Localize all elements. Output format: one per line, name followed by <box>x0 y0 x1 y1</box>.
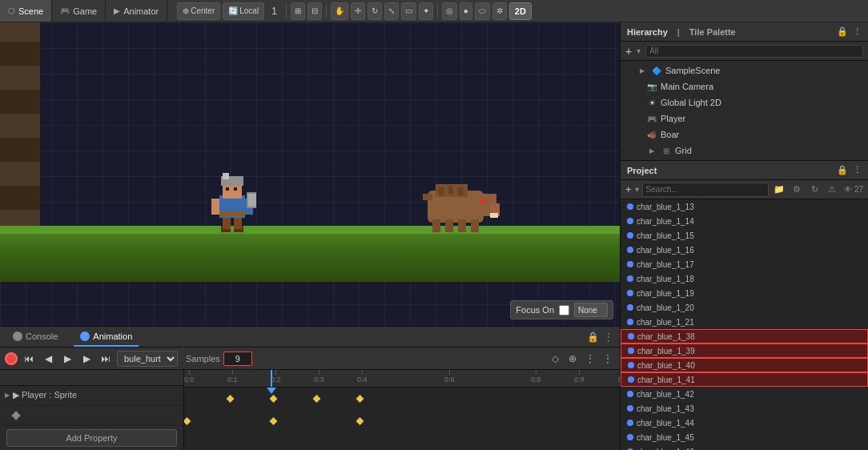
animation-tab[interactable]: Animation <box>74 327 139 347</box>
project-item-44[interactable]: char_blue_1_44 <box>621 416 868 430</box>
record-button[interactable] <box>5 352 18 365</box>
ground-top <box>0 226 620 234</box>
hand-tool-btn[interactable]: ✋ <box>331 2 348 20</box>
tile-palette-label[interactable]: Tile Palette <box>689 27 736 37</box>
focus-on-checkbox[interactable] <box>559 305 569 315</box>
hierarchy-item-maincamera[interactable]: 📷 Main Camera <box>621 78 868 94</box>
project-item-40[interactable]: char_blue_1_40 <box>621 358 868 372</box>
project-add-dropdown[interactable]: ▾ <box>635 185 639 194</box>
project-header-icons: 🔒 ⋮ <box>837 165 862 175</box>
svg-rect-5 <box>219 211 245 216</box>
all-tool-btn[interactable]: ✦ <box>419 2 433 20</box>
diamond-icon[interactable]: ◇ <box>548 352 562 366</box>
project-item-21[interactable]: char_blue_1_21 <box>621 315 868 329</box>
tab-game[interactable]: 🎮 Game <box>52 0 106 22</box>
project-refresh-icon[interactable]: ↻ <box>807 183 822 197</box>
capsule-tool-btn[interactable]: ⬭ <box>475 2 490 20</box>
hierarchy-separator: | <box>677 27 680 37</box>
project-search-input[interactable] <box>642 183 770 197</box>
project-item-42[interactable]: char_blue_1_42 <box>621 387 868 401</box>
project-more-icon[interactable]: ⋮ <box>853 165 862 175</box>
item-label-19: char_blue_1_19 <box>637 289 694 298</box>
add-hierarchy-btn[interactable]: + <box>625 45 632 58</box>
keyframe-1 <box>227 395 235 403</box>
project-item-45[interactable]: char_blue_1_45 <box>621 430 868 444</box>
player-name: Player <box>661 114 685 123</box>
snap-tool-btn[interactable]: ⊟ <box>307 2 322 20</box>
item-label-17: char_blue_1_17 <box>637 260 694 269</box>
play-button[interactable]: ▶ <box>59 351 75 367</box>
rect-tool-btn[interactable]: ▭ <box>401 2 416 20</box>
keyframe-3 <box>313 395 321 403</box>
2d-mode-btn[interactable]: 2D <box>509 2 532 20</box>
hierarchy-lock-icon[interactable]: 🔒 <box>837 26 848 37</box>
project-item-20[interactable]: char_blue_1_20 <box>621 300 868 315</box>
project-item-18[interactable]: char_blue_1_18 <box>621 271 868 286</box>
project-item-41[interactable]: char_blue_1_41 <box>621 372 868 387</box>
project-item-43[interactable]: char_blue_1_43 <box>621 401 868 416</box>
console-tab[interactable]: Console <box>6 327 64 347</box>
timeline-tracks[interactable]: 0:0 0:1 0:2 0:3 <box>184 370 620 450</box>
toolbar-sep2 <box>326 4 327 18</box>
tab-animator[interactable]: ▶ Animator <box>106 0 167 22</box>
ruler-mark-0: 0:0 <box>184 370 195 384</box>
hierarchy-search[interactable] <box>645 45 863 58</box>
svg-rect-23 <box>458 219 466 232</box>
lock-panel-icon[interactable]: 🔒 <box>587 331 599 343</box>
timeline-playhead[interactable] <box>271 370 272 387</box>
pivot-tool-btn[interactable]: ◎ <box>442 2 457 20</box>
project-add-btn[interactable]: + <box>625 183 632 195</box>
move-tool-btn[interactable]: ✛ <box>351 2 365 20</box>
hierarchy-item-boar[interactable]: 🐗 Boar <box>621 127 868 143</box>
hierarchy-item-globallight[interactable]: ☀ Global Light 2D <box>621 94 868 110</box>
hierarchy-dropdown[interactable]: ▾ <box>637 46 641 55</box>
space-local-btn[interactable]: 🔄 Local <box>223 2 264 20</box>
project-folder-icon[interactable]: 📁 <box>772 183 786 197</box>
prev-frame-button[interactable]: ◀ <box>40 351 56 367</box>
focus-on-select[interactable]: None <box>574 303 608 317</box>
skip-start-button[interactable]: ⏮ <box>21 351 37 367</box>
svg-rect-20 <box>480 199 485 203</box>
next-frame-button[interactable]: ▶ <box>78 351 94 367</box>
fx-tool-btn[interactable]: ✲ <box>492 2 507 20</box>
tab-scene[interactable]: ⬡ Scene <box>0 0 52 22</box>
project-filter-icon[interactable]: ⚙ <box>790 183 804 197</box>
grid-tool-btn[interactable]: ⊞ <box>291 2 305 20</box>
scene-view[interactable]: Focus On None <box>0 22 620 326</box>
skip-end-button[interactable]: ⏭ <box>98 351 114 367</box>
hierarchy-item-samplescene[interactable]: ▶ 🔷 SampleScene <box>621 62 868 78</box>
anim-more-icon[interactable]: ⋮ <box>601 352 615 366</box>
project-item-39[interactable]: char_blue_1_39 <box>621 344 868 358</box>
project-item-19[interactable]: char_blue_1_19 <box>621 286 868 300</box>
scale-tool-btn[interactable]: ⤡ <box>384 2 399 20</box>
keyframe-add-icon[interactable]: ⊕ <box>565 352 580 366</box>
samples-input[interactable] <box>223 352 252 366</box>
project-item-15[interactable]: char_blue_1_15 <box>621 228 868 243</box>
keyframe-2 <box>270 395 278 403</box>
project-item-46[interactable]: char_blue_1_46 <box>621 444 868 450</box>
keyframe-nav-icon[interactable]: ⋮ <box>583 352 597 366</box>
track-player-sprite[interactable]: ▶ ▶ Player : Sprite <box>0 386 183 406</box>
timeline-ruler: 0:0 0:1 0:2 0:3 <box>184 370 620 388</box>
project-item-16[interactable]: char_blue_1_16 <box>621 243 868 257</box>
sphere-tool-btn[interactable]: ● <box>460 2 472 20</box>
project-warning-icon[interactable]: ⚠ <box>825 183 839 197</box>
project-item-38[interactable]: char_blue_1_38 <box>621 329 868 344</box>
project-title: Project <box>627 166 657 175</box>
more-panel-icon[interactable]: ⋮ <box>604 331 613 343</box>
item-dot-45 <box>627 434 633 440</box>
hierarchy-item-player[interactable]: 🎮 Player <box>621 110 868 127</box>
panel-tabs: Console Animation 🔒 ⋮ <box>0 327 620 348</box>
scene-name: SampleScene <box>665 66 721 75</box>
track-sub-1[interactable] <box>0 406 183 426</box>
project-lock-icon[interactable]: 🔒 <box>837 165 848 175</box>
hierarchy-more-icon[interactable]: ⋮ <box>853 26 862 37</box>
hierarchy-item-grid[interactable]: ▶ ⊞ Grid <box>621 143 868 159</box>
project-item-14[interactable]: char_blue_1_14 <box>621 214 868 228</box>
transform-center-btn[interactable]: ⊕ Center <box>177 2 220 20</box>
project-item-13[interactable]: char_blue_1_13 <box>621 199 868 214</box>
add-property-button[interactable]: Add Property <box>6 429 177 447</box>
rotate-tool-btn[interactable]: ↻ <box>368 2 382 20</box>
clip-select[interactable]: bule_hurt <box>117 351 178 367</box>
project-item-17[interactable]: char_blue_1_17 <box>621 257 868 271</box>
